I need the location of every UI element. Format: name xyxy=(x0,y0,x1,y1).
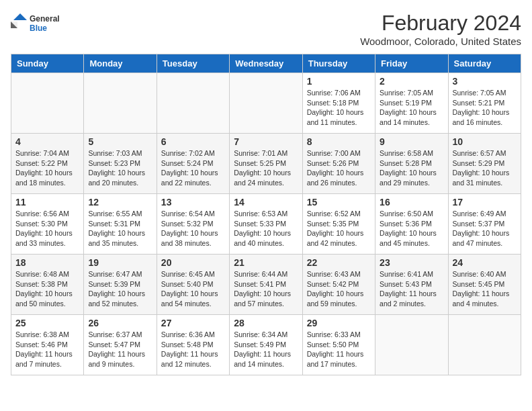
svg-text:Blue: Blue xyxy=(30,24,47,33)
calendar-cell: 19Sunrise: 6:47 AM Sunset: 5:39 PM Dayli… xyxy=(84,255,157,315)
calendar-cell: 9Sunrise: 6:58 AM Sunset: 5:28 PM Daylig… xyxy=(375,134,448,194)
day-number: 26 xyxy=(88,318,152,328)
svg-marker-2 xyxy=(13,13,27,20)
header-day-saturday: Saturday xyxy=(448,54,521,73)
calendar-cell: 27Sunrise: 6:36 AM Sunset: 5:48 PM Dayli… xyxy=(157,315,229,375)
calendar-cell xyxy=(448,315,521,375)
day-info: Sunrise: 6:49 AM Sunset: 5:37 PM Dayligh… xyxy=(453,209,517,248)
day-info: Sunrise: 6:33 AM Sunset: 5:50 PM Dayligh… xyxy=(307,330,371,369)
day-number: 6 xyxy=(161,136,225,147)
day-info: Sunrise: 7:06 AM Sunset: 5:18 PM Dayligh… xyxy=(307,88,371,128)
day-info: Sunrise: 7:04 AM Sunset: 5:22 PM Dayligh… xyxy=(15,148,79,188)
calendar-cell: 16Sunrise: 6:50 AM Sunset: 5:36 PM Dayli… xyxy=(375,194,448,255)
calendar-body: 1Sunrise: 7:06 AM Sunset: 5:18 PM Daylig… xyxy=(11,73,521,375)
calendar-cell: 18Sunrise: 6:48 AM Sunset: 5:38 PM Dayli… xyxy=(11,255,84,315)
week-row-3: 11Sunrise: 6:56 AM Sunset: 5:30 PM Dayli… xyxy=(11,194,521,255)
header-day-tuesday: Tuesday xyxy=(157,54,229,73)
day-info: Sunrise: 7:00 AM Sunset: 5:26 PM Dayligh… xyxy=(307,148,371,188)
header-day-monday: Monday xyxy=(84,54,157,73)
day-number: 21 xyxy=(234,257,298,268)
calendar-cell: 22Sunrise: 6:43 AM Sunset: 5:42 PM Dayli… xyxy=(302,255,375,315)
day-info: Sunrise: 6:57 AM Sunset: 5:29 PM Dayligh… xyxy=(453,148,517,188)
day-info: Sunrise: 7:03 AM Sunset: 5:23 PM Dayligh… xyxy=(88,148,152,188)
week-row-1: 1Sunrise: 7:06 AM Sunset: 5:18 PM Daylig… xyxy=(11,73,521,134)
calendar-cell: 12Sunrise: 6:55 AM Sunset: 5:31 PM Dayli… xyxy=(84,194,157,255)
calendar-cell xyxy=(11,73,84,134)
day-info: Sunrise: 6:52 AM Sunset: 5:35 PM Dayligh… xyxy=(307,209,371,248)
calendar-cell: 3Sunrise: 7:05 AM Sunset: 5:21 PM Daylig… xyxy=(448,73,521,134)
calendar-cell: 8Sunrise: 7:00 AM Sunset: 5:26 PM Daylig… xyxy=(302,134,375,194)
calendar-cell: 26Sunrise: 6:37 AM Sunset: 5:47 PM Dayli… xyxy=(84,315,157,375)
calendar-cell: 20Sunrise: 6:45 AM Sunset: 5:40 PM Dayli… xyxy=(157,255,229,315)
day-number: 11 xyxy=(15,197,79,208)
day-number: 4 xyxy=(15,136,79,147)
header-day-sunday: Sunday xyxy=(11,54,84,73)
day-info: Sunrise: 6:53 AM Sunset: 5:33 PM Dayligh… xyxy=(234,209,298,248)
page-header: General Blue February 2024 Woodmoor, Col… xyxy=(11,11,521,47)
calendar-cell: 21Sunrise: 6:44 AM Sunset: 5:41 PM Dayli… xyxy=(230,255,302,315)
day-number: 23 xyxy=(380,257,443,268)
calendar-cell: 23Sunrise: 6:41 AM Sunset: 5:43 PM Dayli… xyxy=(375,255,448,315)
day-info: Sunrise: 6:54 AM Sunset: 5:32 PM Dayligh… xyxy=(161,209,225,248)
day-info: Sunrise: 6:58 AM Sunset: 5:28 PM Dayligh… xyxy=(380,148,443,188)
day-number: 29 xyxy=(307,318,371,328)
week-row-4: 18Sunrise: 6:48 AM Sunset: 5:38 PM Dayli… xyxy=(11,255,521,315)
header-row: SundayMondayTuesdayWednesdayThursdayFrid… xyxy=(11,54,521,73)
calendar-cell: 15Sunrise: 6:52 AM Sunset: 5:35 PM Dayli… xyxy=(302,194,375,255)
header-day-wednesday: Wednesday xyxy=(230,54,302,73)
week-row-5: 25Sunrise: 6:38 AM Sunset: 5:46 PM Dayli… xyxy=(11,315,521,375)
day-number: 24 xyxy=(453,257,517,268)
day-number: 18 xyxy=(15,257,79,268)
calendar-table: SundayMondayTuesdayWednesdayThursdayFrid… xyxy=(11,54,521,375)
day-info: Sunrise: 6:43 AM Sunset: 5:42 PM Dayligh… xyxy=(307,269,371,309)
calendar-cell: 17Sunrise: 6:49 AM Sunset: 5:37 PM Dayli… xyxy=(448,194,521,255)
calendar-cell: 10Sunrise: 6:57 AM Sunset: 5:29 PM Dayli… xyxy=(448,134,521,194)
calendar-cell: 7Sunrise: 7:01 AM Sunset: 5:25 PM Daylig… xyxy=(230,134,302,194)
calendar-cell: 24Sunrise: 6:40 AM Sunset: 5:45 PM Dayli… xyxy=(448,255,521,315)
day-info: Sunrise: 6:55 AM Sunset: 5:31 PM Dayligh… xyxy=(88,209,152,248)
day-number: 7 xyxy=(234,136,298,147)
calendar-header: SundayMondayTuesdayWednesdayThursdayFrid… xyxy=(11,54,521,73)
day-number: 20 xyxy=(161,257,225,268)
day-info: Sunrise: 6:37 AM Sunset: 5:47 PM Dayligh… xyxy=(88,330,152,369)
calendar-cell: 4Sunrise: 7:04 AM Sunset: 5:22 PM Daylig… xyxy=(11,134,84,194)
calendar-cell xyxy=(84,73,157,134)
header-day-friday: Friday xyxy=(375,54,448,73)
day-number: 8 xyxy=(307,136,371,147)
calendar-cell: 14Sunrise: 6:53 AM Sunset: 5:33 PM Dayli… xyxy=(230,194,302,255)
day-info: Sunrise: 7:02 AM Sunset: 5:24 PM Dayligh… xyxy=(161,148,225,188)
day-number: 19 xyxy=(88,257,152,268)
day-number: 9 xyxy=(380,136,443,147)
calendar-cell: 2Sunrise: 7:05 AM Sunset: 5:19 PM Daylig… xyxy=(375,73,448,134)
title-block: February 2024 Woodmoor, Colorado, United… xyxy=(360,11,521,47)
day-info: Sunrise: 6:36 AM Sunset: 5:48 PM Dayligh… xyxy=(161,330,225,369)
day-info: Sunrise: 6:48 AM Sunset: 5:38 PM Dayligh… xyxy=(15,269,79,309)
calendar-cell: 6Sunrise: 7:02 AM Sunset: 5:24 PM Daylig… xyxy=(157,134,229,194)
day-number: 13 xyxy=(161,197,225,208)
logo: General Blue xyxy=(11,11,64,38)
month-title: February 2024 xyxy=(360,11,521,36)
day-info: Sunrise: 7:01 AM Sunset: 5:25 PM Dayligh… xyxy=(234,148,298,188)
day-number: 25 xyxy=(15,318,79,328)
day-info: Sunrise: 6:47 AM Sunset: 5:39 PM Dayligh… xyxy=(88,269,152,309)
day-number: 14 xyxy=(234,197,298,208)
day-info: Sunrise: 6:44 AM Sunset: 5:41 PM Dayligh… xyxy=(234,269,298,309)
calendar-cell: 11Sunrise: 6:56 AM Sunset: 5:30 PM Dayli… xyxy=(11,194,84,255)
day-info: Sunrise: 6:56 AM Sunset: 5:30 PM Dayligh… xyxy=(15,209,79,248)
svg-rect-4 xyxy=(11,21,17,28)
calendar-cell: 5Sunrise: 7:03 AM Sunset: 5:23 PM Daylig… xyxy=(84,134,157,194)
day-number: 27 xyxy=(161,318,225,328)
day-info: Sunrise: 6:41 AM Sunset: 5:43 PM Dayligh… xyxy=(380,269,443,309)
calendar-cell: 1Sunrise: 7:06 AM Sunset: 5:18 PM Daylig… xyxy=(302,73,375,134)
calendar-cell xyxy=(230,73,302,134)
calendar-cell: 13Sunrise: 6:54 AM Sunset: 5:32 PM Dayli… xyxy=(157,194,229,255)
location: Woodmoor, Colorado, United States xyxy=(360,36,521,47)
day-number: 17 xyxy=(453,197,517,208)
day-number: 12 xyxy=(88,197,152,208)
week-row-2: 4Sunrise: 7:04 AM Sunset: 5:22 PM Daylig… xyxy=(11,134,521,194)
day-number: 28 xyxy=(234,318,298,328)
header-day-thursday: Thursday xyxy=(302,54,375,73)
day-info: Sunrise: 7:05 AM Sunset: 5:21 PM Dayligh… xyxy=(453,88,517,128)
day-info: Sunrise: 6:38 AM Sunset: 5:46 PM Dayligh… xyxy=(15,330,79,369)
calendar-cell: 25Sunrise: 6:38 AM Sunset: 5:46 PM Dayli… xyxy=(11,315,84,375)
